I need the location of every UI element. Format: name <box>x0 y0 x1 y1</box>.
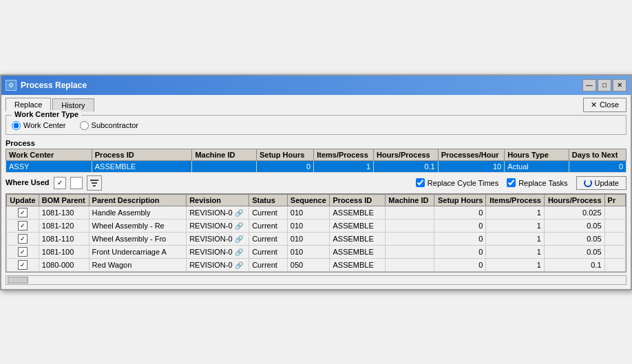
radio-group: Work Center Subcontractor <box>12 121 620 130</box>
th-hours-process: Hours/Process <box>374 149 439 160</box>
svg-rect-0 <box>90 180 98 181</box>
cell-seq-3: 010 <box>287 245 330 258</box>
revision-link-1[interactable]: 🔗 <box>235 222 243 230</box>
where-used-table: Update BOM Parent Parent Description Rev… <box>6 194 626 272</box>
revision-link-0[interactable]: 🔗 <box>235 209 243 217</box>
th-setup-hours: Setup Hours <box>256 149 313 160</box>
where-used-row[interactable]: 1080-000Red WagonREVISION-0 🔗Current050A… <box>7 258 626 271</box>
cell-items-process: 1 <box>314 160 374 172</box>
cell-mid-1 <box>386 219 434 232</box>
cell-sh-3: 0 <box>434 245 486 258</box>
maximize-button[interactable]: □ <box>598 79 611 92</box>
minimize-button[interactable]: — <box>582 79 596 92</box>
cell-process-id: ASSEMBLE <box>92 160 192 172</box>
cell-days-next: 0 <box>569 160 626 172</box>
cell-ip-3: 1 <box>486 245 545 258</box>
process-row[interactable]: ASSY ASSEMBLE 0 1 0.1 10 Actual 0 <box>6 160 626 172</box>
cell-parent-desc-3: Front Undercarriage A <box>89 245 187 258</box>
cell-setup-hours: 0 <box>256 160 313 172</box>
window-title: Process Replace <box>21 81 87 90</box>
filter-icon[interactable] <box>87 175 102 191</box>
cell-parent-desc-0: Handle Assembly <box>89 206 187 219</box>
cell-pr-0 <box>604 206 625 219</box>
where-used-row[interactable]: 1081-130Handle AssemblyREVISION-0 🔗Curre… <box>7 206 626 219</box>
radio-subcontractor[interactable]: Subcontractor <box>80 121 138 130</box>
th-process-id-wu: Process ID <box>330 194 386 206</box>
th-update: Update <box>7 194 39 206</box>
row-checkbox-4[interactable] <box>18 260 28 270</box>
cell-sh-0: 0 <box>434 206 486 219</box>
replace-tasks-check[interactable]: Replace Tasks <box>507 178 567 187</box>
cell-sh-4: 0 <box>434 258 486 271</box>
deselect-all-checkbox[interactable] <box>70 177 83 189</box>
row-checkbox-0[interactable] <box>18 208 28 217</box>
window-close-button[interactable]: ✕ <box>613 79 626 92</box>
cell-revision-0: REVISION-0 🔗 <box>187 206 249 219</box>
cell-hp-3: 0.05 <box>544 245 604 258</box>
close-button[interactable]: ✕ Replace Close <box>583 98 626 112</box>
cell-mid-2 <box>386 232 434 245</box>
cell-hp-0: 0.025 <box>544 206 604 219</box>
row-checkbox-3[interactable] <box>18 247 28 257</box>
revision-link-2[interactable]: 🔗 <box>235 235 243 243</box>
cell-revision-3: REVISION-0 🔗 <box>187 245 249 258</box>
where-used-row[interactable]: 1081-100Front Undercarriage AREVISION-0 … <box>7 245 626 258</box>
cell-update-4 <box>7 258 39 271</box>
process-table: Work Center Process ID Machine ID Setup … <box>6 149 626 173</box>
cell-ip-2: 1 <box>486 232 545 245</box>
cell-ip-4: 1 <box>486 258 545 271</box>
where-used-scroll-area[interactable]: Update BOM Parent Parent Description Rev… <box>6 193 626 272</box>
select-all-checkbox[interactable]: ✓ <box>54 177 66 189</box>
cell-status-2: Current <box>249 232 288 245</box>
cell-pid-2: ASSEMBLE <box>330 232 386 245</box>
cell-bom-4: 1080-000 <box>39 258 89 271</box>
header-area: Replace History ✕ Replace Close <box>6 98 626 112</box>
work-center-type-group: Work Center Type Work Center Subcontract… <box>6 115 626 135</box>
radio-work-center[interactable]: Work Center <box>12 121 66 130</box>
titlebar: ⚙ Process Replace — □ ✕ <box>1 76 631 95</box>
replace-cycle-times-check[interactable]: Replace Cycle Times <box>416 178 498 187</box>
horizontal-scrollbar[interactable] <box>6 275 626 285</box>
revision-link-3[interactable]: 🔗 <box>235 248 243 256</box>
update-icon <box>584 179 592 187</box>
where-used-row[interactable]: 1081-110Wheel Assembly - FroREVISION-0 🔗… <box>7 232 626 245</box>
row-checkbox-1[interactable] <box>18 221 28 231</box>
window-content: Replace History ✕ Replace Close Work Cen… <box>1 95 631 289</box>
cell-update-3 <box>7 245 39 258</box>
cell-mid-4 <box>386 258 434 271</box>
cell-status-4: Current <box>249 258 288 271</box>
window-icon: ⚙ <box>6 80 17 91</box>
cell-bom-2: 1081-110 <box>39 232 89 245</box>
revision-link-4[interactable]: 🔗 <box>235 261 243 269</box>
row-checkbox-2[interactable] <box>18 234 28 244</box>
cell-ip-1: 1 <box>486 219 545 232</box>
cell-parent-desc-4: Red Wagon <box>89 258 187 271</box>
th-status: Status <box>249 194 288 206</box>
update-button[interactable]: Update <box>576 176 626 190</box>
th-hours-type: Hours Type <box>505 149 569 160</box>
th-bom-parent: BOM Parent <box>39 194 89 206</box>
th-machine-id: Machine ID <box>192 149 257 160</box>
cell-bom-3: 1081-100 <box>39 245 89 258</box>
th-sequence: Sequence <box>287 194 330 206</box>
cell-mid-0 <box>386 206 434 219</box>
tab-replace[interactable]: Replace <box>6 98 51 111</box>
cell-pid-3: ASSEMBLE <box>330 245 386 258</box>
where-used-label: Where Used <box>6 178 50 186</box>
cell-pr-1 <box>604 219 625 232</box>
cell-parent-desc-2: Wheel Assembly - Fro <box>89 232 187 245</box>
cell-seq-2: 010 <box>287 232 330 245</box>
th-parent-desc: Parent Description <box>89 194 187 206</box>
cell-pr-2 <box>604 232 625 245</box>
cell-parent-desc-1: Wheel Assembly - Re <box>89 219 187 232</box>
scrollbar-thumb[interactable] <box>8 277 28 283</box>
th-items-process: Items/Process <box>314 149 374 160</box>
th-hours-process-wu: Hours/Process <box>544 194 604 206</box>
cell-work-center: ASSY <box>6 160 92 172</box>
where-used-row[interactable]: 1081-120Wheel Assembly - ReREVISION-0 🔗C… <box>7 219 626 232</box>
where-used-left: Where Used ✓ <box>6 175 102 191</box>
where-used-header: Where Used ✓ Replace Cycle Times <box>6 175 626 191</box>
cell-revision-2: REVISION-0 🔗 <box>187 232 249 245</box>
cell-pid-0: ASSEMBLE <box>330 206 386 219</box>
cell-hp-1: 0.05 <box>544 219 604 232</box>
